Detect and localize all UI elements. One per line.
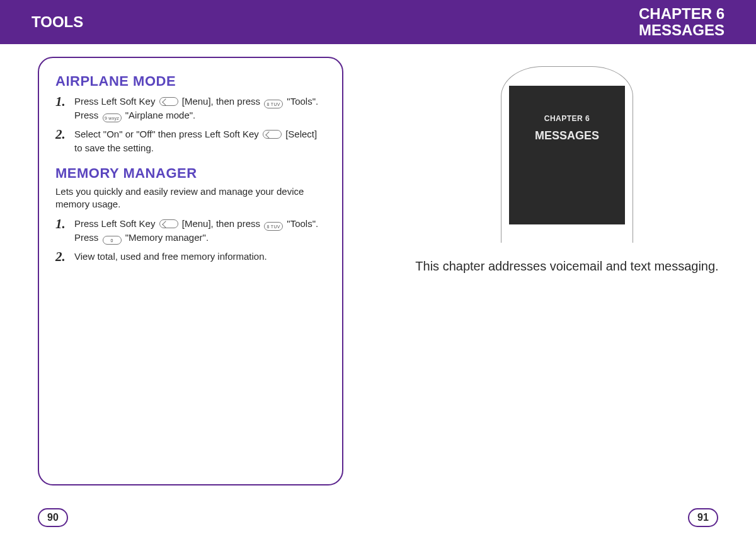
chapter-blurb: This chapter addresses voicemail and tex…	[403, 259, 731, 274]
step-text: "Airplane mode".	[125, 110, 196, 120]
page-number-right: 91	[688, 508, 718, 527]
step-text: [Menu], then press	[182, 96, 263, 107]
step-text: Select "On" or "Off" then press Left Sof…	[74, 129, 261, 139]
step-text: Press	[74, 232, 101, 243]
step-text: "Memory manager".	[125, 232, 209, 243]
key-9-icon: 9 wxyz	[103, 113, 122, 122]
list-item: Select "On" or "Off" then press Left Sof…	[55, 127, 326, 155]
memory-manager-heading: MEMORY MANAGER	[55, 165, 326, 182]
memory-manager-subtitle: Lets you quickly and easily review and m…	[55, 185, 326, 211]
airplane-mode-heading: AIRPLANE MODE	[55, 73, 326, 90]
step-text: "Tools".	[287, 96, 318, 107]
step-text: View total, used and free memory informa…	[74, 251, 267, 262]
step-text: Press Left Soft Key	[74, 218, 158, 229]
list-item: Press Left Soft Key [Menu], then press 8…	[55, 217, 326, 245]
step-text: "Tools".	[287, 218, 318, 229]
content-panel: AIRPLANE MODE Press Left Soft Key [Menu]…	[38, 57, 343, 485]
phone-illustration: CHAPTER 6 MESSAGES	[501, 66, 633, 243]
step-text: Press	[74, 110, 101, 120]
step-text: [Menu], then press	[182, 218, 263, 229]
chapter-intro-column: CHAPTER 6 MESSAGES This chapter addresse…	[403, 57, 731, 274]
left-soft-key-icon	[159, 97, 178, 106]
phone-screen: CHAPTER 6 MESSAGES	[509, 86, 625, 224]
list-item: Press Left Soft Key [Menu], then press 8…	[55, 95, 326, 122]
page-number-left: 90	[38, 508, 68, 527]
left-soft-key-icon	[159, 219, 178, 228]
header-right-line2: MESSAGES	[639, 22, 724, 38]
key-8-icon: 8 TUV	[264, 100, 283, 108]
list-item: View total, used and free memory informa…	[55, 250, 326, 264]
header-right-line1: CHAPTER 6	[639, 6, 724, 22]
step-text: Press Left Soft Key	[74, 96, 158, 107]
header-left-title: TOOLS	[32, 13, 83, 31]
key-8-icon: 8 TUV	[264, 222, 283, 231]
airplane-mode-steps: Press Left Soft Key [Menu], then press 8…	[55, 95, 326, 155]
memory-manager-steps: Press Left Soft Key [Menu], then press 8…	[55, 217, 326, 264]
key-0-icon: 0	[103, 236, 122, 245]
left-soft-key-icon	[263, 130, 282, 139]
phone-screen-chapter: CHAPTER 6	[544, 114, 590, 123]
phone-screen-title: MESSAGES	[535, 129, 599, 142]
header-bar: TOOLS CHAPTER 6 MESSAGES	[0, 0, 756, 44]
document-spread: TOOLS CHAPTER 6 MESSAGES AIRPLANE MODE P…	[0, 0, 756, 546]
header-right-title: CHAPTER 6 MESSAGES	[639, 6, 724, 39]
